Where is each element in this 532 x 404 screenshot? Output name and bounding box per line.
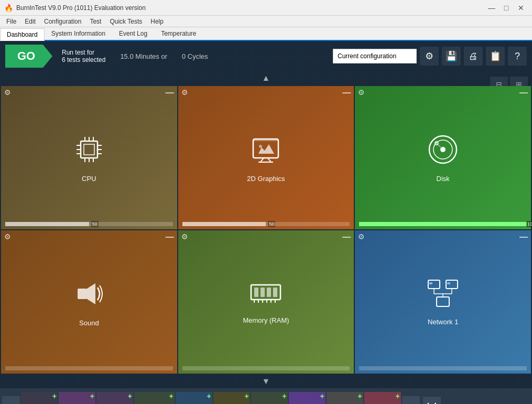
print-button[interactable]: 🖨 [464,47,483,66]
cpu-progress-fill: 50 [5,222,89,226]
svg-rect-14 [253,139,278,158]
network-label: Network 1 [428,318,459,326]
plugin-add-icon[interactable]: + [320,392,324,400]
memory-minus-button[interactable]: — [342,232,351,242]
svg-rect-46 [447,282,450,284]
svg-rect-28 [260,288,265,297]
disk-gear-icon[interactable]: ⚙ [358,88,365,97]
menu-configuration[interactable]: Configuration [40,17,85,26]
run-text: Run test for [62,49,94,56]
tab-sysinfo[interactable]: System Information [45,27,112,40]
sound-minus-button[interactable]: — [166,232,174,242]
2d-minus-button[interactable]: — [342,88,351,98]
minimize-button[interactable]: — [485,1,498,15]
go-button[interactable]: GO [5,45,52,68]
bottom-tile-3d[interactable]: + 3D Graphics [59,392,95,404]
disk-minus-button[interactable]: — [519,88,528,98]
save-button[interactable]: 💾 [442,47,461,66]
sound-gear-icon[interactable]: ⚙ [4,232,11,241]
svg-rect-30 [273,288,277,297]
app-icon: 🔥 [4,4,13,12]
sound-icon [72,277,106,317]
double-nav-up[interactable]: ▲▲ [423,397,441,404]
maximize-button[interactable]: □ [500,1,513,15]
tile-network[interactable]: ⚙ — Network 1 [355,230,531,374]
cpu-gear-icon[interactable]: ⚙ [4,88,11,97]
bottom-tile-plugin[interactable]: + Plugin1 [289,392,325,404]
menubar: File Edit Configuration Test Quick Tests… [0,16,532,27]
network-gear-icon[interactable]: ⚙ [358,232,365,241]
menu-test[interactable]: Test [85,17,105,26]
bottom-tile-parallel[interactable]: + Parallel Port [327,392,363,404]
2d-progress-value: 50 [268,221,275,227]
menu-file[interactable]: File [2,17,20,26]
tile-cpu[interactable]: ⚙ — [1,86,177,229]
tile-disk[interactable]: ⚙ — Disk 100 [355,86,531,229]
bottom-tile-printer[interactable]: + Printer [96,392,133,404]
network-progress [359,366,527,370]
2d-progress-fill: 50 [182,222,266,226]
3d-add-icon[interactable]: + [90,392,94,400]
close-button[interactable]: ✕ [514,1,528,15]
tile-memory[interactable]: ⚙ — Memory (RAM) [178,230,354,374]
cpu-progress-value: 50 [91,221,99,227]
menu-edit[interactable]: Edit [20,17,40,26]
memory-gear-icon[interactable]: ⚙ [181,232,188,241]
printer-add-icon[interactable]: + [128,392,132,400]
app-title: BurnInTest V9.0 Pro (1011) Evaluation ve… [16,4,146,12]
tile-sound[interactable]: ⚙ — Sound [1,230,177,374]
cpu-minus-button[interactable]: — [166,88,174,98]
tests-selected: 6 tests selected [62,56,105,63]
svg-rect-29 [267,288,271,297]
svg-rect-15 [253,139,278,141]
bottom-tile-optical[interactable]: + Optical disk [21,392,58,404]
2d-gear-icon[interactable]: ⚙ [181,88,188,97]
menu-help[interactable]: Help [146,17,168,26]
bottom-tile-video[interactable]: + Video Playback [134,392,175,404]
tile-2dgraphics[interactable]: ⚙ — 2D Graphics 50 [178,86,354,229]
tab-eventlog[interactable]: Event Log [112,27,154,40]
main-content: GO Run test for 6 tests selected 15.0 Mi… [0,41,532,388]
menu-quicktests[interactable]: Quick Tests [105,17,146,26]
svg-rect-45 [429,282,432,284]
optical-add-icon[interactable]: + [52,392,57,400]
tab-temperature[interactable]: Temperature [154,27,203,40]
svg-point-19 [259,145,262,148]
config-section: Current configuration Default configurat… [333,47,527,66]
svg-rect-27 [254,288,258,297]
bottom-tile-serial[interactable]: + Serial Port 1 [251,392,288,404]
bottom-tile-usb[interactable]: + USB [364,392,401,404]
sound-progress [5,366,173,370]
usb-add-icon[interactable]: + [396,392,400,400]
bottom-tile-bluetooth[interactable]: + Bluetooth [176,392,212,404]
main-toolbar: GO Run test for 6 tests selected 15.0 Mi… [0,41,532,71]
titlebar-left: 🔥 BurnInTest V9.0 Pro (1011) Evaluation … [4,4,146,12]
video-add-icon[interactable]: + [169,392,173,400]
settings-button[interactable]: ⚙ [420,47,439,66]
titlebar-controls: — □ ✕ [485,1,528,15]
tab-dashboard[interactable]: Dashboard [0,28,45,41]
config-dropdown[interactable]: Current configuration Default configurat… [333,49,417,63]
clipboard-button[interactable]: 📋 [486,47,505,66]
network-minus-button[interactable]: — [519,232,528,242]
cpu-progress: 50 [5,222,173,226]
scroll-up-button[interactable]: ▲ [0,71,532,85]
2d-icon [249,133,283,173]
parallel-add-icon[interactable]: + [358,392,362,400]
help-button[interactable]: ? [508,47,527,66]
svg-rect-25 [78,289,87,299]
bottom-nav-right[interactable]: ▶ [402,396,420,404]
bottom-tile-gpgpu[interactable]: + GPGPU [213,392,250,404]
memory-label: Memory (RAM) [243,316,289,324]
scroll-down-button[interactable]: ▼ [0,375,532,388]
bottom-nav-left[interactable]: ◀ [2,396,20,404]
tabbar: Dashboard System Information Event Log T… [0,27,532,41]
disk-progress: 100 [359,222,527,226]
bluetooth-add-icon[interactable]: + [207,392,211,400]
titlebar: 🔥 BurnInTest V9.0 Pro (1011) Evaluation … [0,0,532,16]
serial-add-icon[interactable]: + [283,392,287,400]
gpgpu-add-icon[interactable]: + [245,392,249,400]
cpu-label: CPU [82,175,96,183]
duration-text: 15.0 Minutes or [120,52,167,60]
svg-point-22 [440,147,446,152]
